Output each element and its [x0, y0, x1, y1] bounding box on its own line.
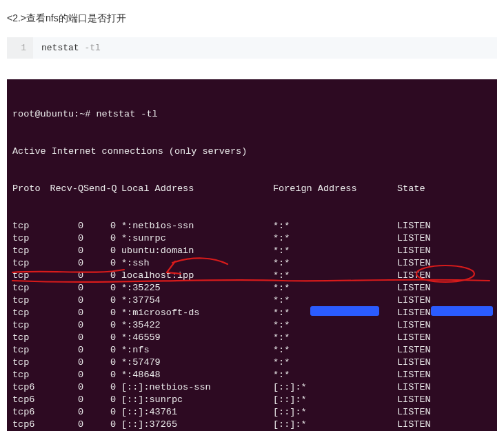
cell-proto: tcp6 — [12, 394, 46, 406]
terminal-output[interactable]: root@ubuntu:~# netstat -tl Active Intern… — [7, 79, 497, 431]
cell-sendq: 0 — [83, 307, 121, 319]
cell-state: LISTEN — [397, 282, 431, 294]
cell-recvq: 0 — [46, 419, 83, 431]
terminal-row: tcp00*:sunrpc*:*LISTEN — [12, 232, 492, 245]
cell-recvq: 0 — [46, 332, 83, 344]
cell-foreign-address: [::]:* — [273, 381, 397, 394]
cell-sendq: 0 — [83, 319, 121, 332]
cell-local-address: ubuntu:domain — [121, 245, 273, 257]
cell-state: LISTEN — [397, 245, 431, 257]
cell-local-address: *:37754 — [121, 294, 273, 307]
terminal-row: tcp00*:microsoft-ds*:*LISTEN — [12, 307, 492, 319]
cell-proto: tcp — [12, 344, 46, 357]
cell-sendq: 0 — [83, 257, 121, 270]
cell-sendq: 0 — [83, 270, 121, 282]
cell-recvq: 0 — [46, 245, 83, 257]
col-header-foreign: Foreign Address — [273, 183, 397, 195]
cell-proto: tcp — [12, 270, 46, 282]
cell-state: LISTEN — [397, 294, 431, 307]
cell-state: LISTEN — [397, 307, 431, 319]
cell-proto: tcp6 — [12, 419, 46, 431]
cell-recvq: 0 — [46, 319, 83, 332]
terminal-row: tcp00*:ssh*:*LISTEN — [12, 257, 492, 270]
cell-foreign-address: *:* — [273, 319, 397, 332]
cell-local-address: [::]:sunrpc — [121, 394, 273, 406]
cell-proto: tcp6 — [12, 381, 46, 394]
cell-foreign-address: [::]:* — [273, 406, 397, 419]
cell-foreign-address: *:* — [273, 369, 397, 381]
cell-proto: tcp — [12, 282, 46, 294]
cell-state: LISTEN — [397, 232, 431, 245]
cell-local-address: *:sunrpc — [121, 232, 273, 245]
cell-state: LISTEN — [397, 369, 431, 381]
redaction-blue-1 — [310, 306, 379, 316]
terminal-row: tcp00*:48648*:*LISTEN — [12, 369, 492, 381]
code-line-number: 1 — [7, 37, 33, 59]
cell-sendq: 0 — [83, 406, 121, 419]
cell-local-address: *:35422 — [121, 319, 273, 332]
terminal-row: tcp600[::]:netbios-ssn[::]:*LISTEN — [12, 381, 492, 394]
cell-state: LISTEN — [397, 257, 431, 270]
terminal-row: tcp600[::]:sunrpc[::]:*LISTEN — [12, 394, 492, 406]
terminal-prompt-line: root@ubuntu:~# netstat -tl — [12, 108, 492, 121]
cell-recvq: 0 — [46, 282, 83, 294]
cell-proto: tcp — [12, 357, 46, 369]
cell-local-address: *:nfs — [121, 344, 273, 357]
cell-local-address: *:35225 — [121, 282, 273, 294]
cell-sendq: 0 — [83, 332, 121, 344]
cell-recvq: 0 — [46, 394, 83, 406]
cell-proto: tcp — [12, 319, 46, 332]
cell-foreign-address: *:* — [273, 294, 397, 307]
cell-local-address: *:46559 — [121, 332, 273, 344]
cell-proto: tcp — [12, 245, 46, 257]
cell-state: LISTEN — [397, 357, 431, 369]
cell-sendq: 0 — [83, 294, 121, 307]
cell-recvq: 0 — [46, 270, 83, 282]
cell-foreign-address: *:* — [273, 357, 397, 369]
cell-sendq: 0 — [83, 369, 121, 381]
cell-state: LISTEN — [397, 270, 431, 282]
cell-foreign-address: *:* — [273, 245, 397, 257]
cell-proto: tcp — [12, 369, 46, 381]
terminal-row: tcp00*:57479*:*LISTEN — [12, 357, 492, 369]
terminal-row: tcp00*:35422*:*LISTEN — [12, 319, 492, 332]
cell-foreign-address: *:* — [273, 332, 397, 344]
cell-state: LISTEN — [397, 220, 431, 232]
cell-state: LISTEN — [397, 419, 431, 431]
cell-recvq: 0 — [46, 357, 83, 369]
cell-local-address: *:netbios-ssn — [121, 220, 273, 232]
cell-recvq: 0 — [46, 232, 83, 245]
cell-local-address: *:48648 — [121, 369, 273, 381]
cell-foreign-address: *:* — [273, 232, 397, 245]
code-content[interactable]: netstat -tl — [33, 37, 109, 59]
cell-sendq: 0 — [83, 419, 121, 431]
terminal-row: tcp00*:37754*:*LISTEN — [12, 294, 492, 307]
cell-local-address: [::]:37265 — [121, 419, 273, 431]
cell-sendq: 0 — [83, 394, 121, 406]
cell-state: LISTEN — [397, 381, 431, 394]
cell-foreign-address: [::]:* — [273, 394, 397, 406]
cell-foreign-address: *:* — [273, 270, 397, 282]
terminal-row: tcp600[::]:37265[::]:*LISTEN — [12, 419, 492, 431]
cell-proto: tcp — [12, 307, 46, 319]
command-flag: -tl — [84, 43, 100, 53]
cell-recvq: 0 — [46, 220, 83, 232]
col-header-recvq: Recv-Q — [46, 183, 83, 195]
terminal-row: tcp00*:46559*:*LISTEN — [12, 332, 492, 344]
col-header-state: State — [397, 183, 425, 195]
cell-foreign-address: *:* — [273, 220, 397, 232]
cell-sendq: 0 — [83, 245, 121, 257]
cell-state: LISTEN — [397, 344, 431, 357]
cell-sendq: 0 — [83, 282, 121, 294]
cell-proto: tcp6 — [12, 406, 46, 419]
cell-sendq: 0 — [83, 220, 121, 232]
col-header-sendq: Send-Q — [83, 183, 121, 195]
cell-proto: tcp — [12, 257, 46, 270]
cell-recvq: 0 — [46, 369, 83, 381]
terminal-header-row: ProtoRecv-QSend-QLocal AddressForeign Ad… — [12, 183, 492, 195]
cell-foreign-address: *:* — [273, 282, 397, 294]
cell-recvq: 0 — [46, 307, 83, 319]
cell-proto: tcp — [12, 294, 46, 307]
terminal-row: tcp00localhost:ipp*:*LISTEN — [12, 270, 492, 282]
cell-local-address: *:microsoft-ds — [121, 307, 273, 319]
